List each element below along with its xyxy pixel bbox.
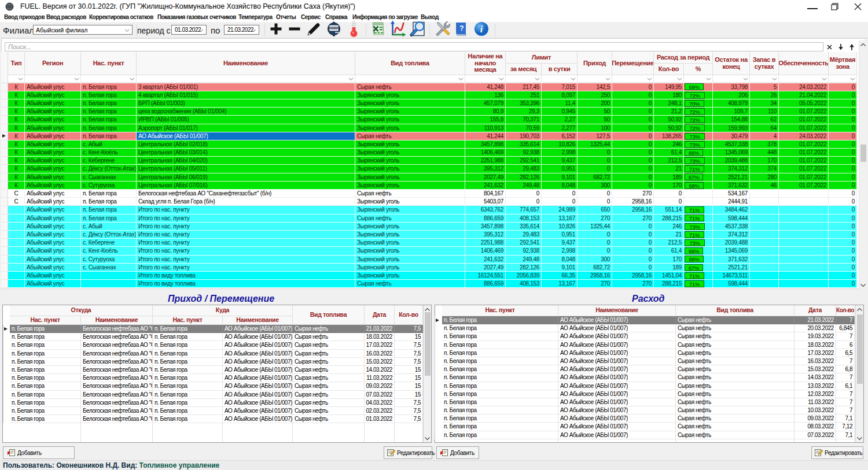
- svg-text:00000: 00000: [329, 26, 340, 31]
- svg-text:?: ?: [459, 24, 464, 32]
- svg-text:i: i: [480, 24, 483, 34]
